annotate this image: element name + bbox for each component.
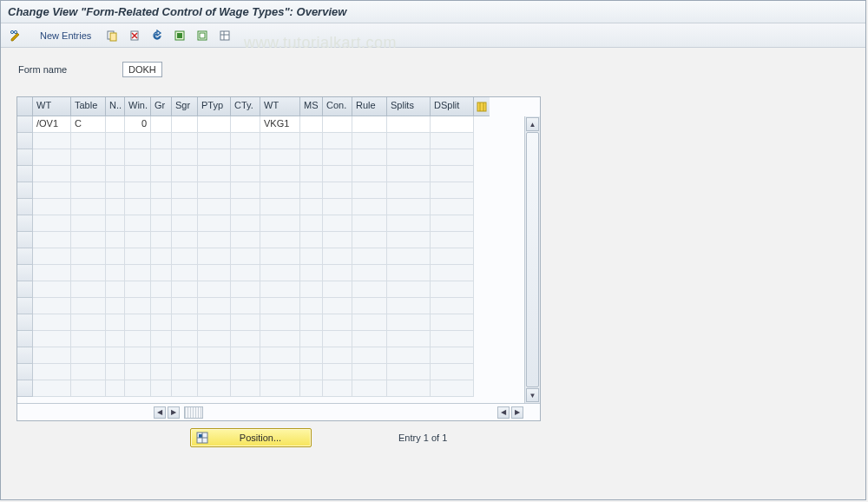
cell-n[interactable]: [106, 133, 125, 149]
scroll-right-end-button[interactable]: ▶: [511, 406, 523, 419]
cell-win[interactable]: [125, 199, 151, 215]
cell-wt1[interactable]: [33, 298, 71, 314]
cell-win[interactable]: [125, 149, 151, 166]
cell-n[interactable]: [106, 248, 125, 265]
cell-rule[interactable]: [352, 149, 387, 166]
cell-table[interactable]: [71, 347, 106, 364]
cell-cty[interactable]: [231, 166, 260, 182]
cell-wt1[interactable]: [33, 364, 71, 380]
cell-rule[interactable]: [352, 281, 387, 298]
cell-wt1[interactable]: [33, 149, 71, 166]
cell-win[interactable]: [125, 248, 151, 265]
cell-sgr[interactable]: [172, 364, 198, 380]
cell-n[interactable]: [106, 331, 125, 347]
cell-ptyp[interactable]: [198, 347, 231, 364]
cell-rule[interactable]: [352, 331, 387, 347]
cell-n[interactable]: [106, 182, 125, 199]
cell-ms[interactable]: [300, 298, 323, 314]
cell-con[interactable]: [323, 281, 352, 298]
cell-wt2[interactable]: [260, 331, 300, 347]
cell-n[interactable]: [106, 215, 125, 232]
cell-ms[interactable]: [300, 347, 323, 364]
scroll-down-button[interactable]: ▼: [526, 388, 539, 402]
cell-wt2[interactable]: [260, 215, 300, 232]
cell-table[interactable]: [71, 232, 106, 248]
cell-wt2[interactable]: [260, 199, 300, 215]
cell-splits[interactable]: [387, 133, 431, 149]
cell-con[interactable]: [323, 166, 352, 182]
cell-win[interactable]: [125, 166, 151, 182]
cell-dsplit[interactable]: [431, 364, 474, 380]
cell-con[interactable]: [323, 298, 352, 314]
cell-wt1[interactable]: [33, 215, 71, 232]
cell-dsplit[interactable]: [431, 199, 474, 215]
cell-ptyp[interactable]: [198, 248, 231, 265]
position-button[interactable]: Position...: [190, 428, 312, 447]
cell-dsplit[interactable]: [431, 380, 474, 397]
cell-cty[interactable]: [231, 199, 260, 215]
cell-splits[interactable]: [387, 265, 431, 281]
row-selector[interactable]: [17, 199, 33, 215]
cell-ms[interactable]: [300, 182, 323, 199]
scroll-left-button[interactable]: ◀: [154, 406, 166, 419]
col-header-sgr[interactable]: Sgr: [172, 97, 198, 116]
col-header-con[interactable]: Con.: [323, 97, 352, 116]
cell-ptyp[interactable]: [198, 232, 231, 248]
cell-wt2[interactable]: [260, 347, 300, 364]
cell-wt2[interactable]: [260, 281, 300, 298]
cell-cty[interactable]: [231, 215, 260, 232]
cell-n[interactable]: [106, 314, 125, 331]
cell-splits[interactable]: [387, 298, 431, 314]
cell-con[interactable]: [323, 314, 352, 331]
cell-rule[interactable]: [352, 265, 387, 281]
cell-gr[interactable]: [151, 298, 172, 314]
cell-table[interactable]: [71, 199, 106, 215]
cell-table[interactable]: [71, 149, 106, 166]
row-selector[interactable]: [17, 380, 33, 397]
cell-ms[interactable]: [300, 265, 323, 281]
cell-win[interactable]: [125, 364, 151, 380]
row-selector[interactable]: [17, 331, 33, 347]
cell-ptyp[interactable]: [198, 331, 231, 347]
cell-n[interactable]: [106, 380, 125, 397]
cell-cty[interactable]: [231, 133, 260, 149]
cell-ptyp[interactable]: [198, 149, 231, 166]
cell-sgr[interactable]: [172, 116, 198, 133]
row-selector[interactable]: [17, 314, 33, 331]
cell-win[interactable]: [125, 380, 151, 397]
cell-con[interactable]: [323, 347, 352, 364]
cell-n[interactable]: [106, 364, 125, 380]
cell-rule[interactable]: [352, 364, 387, 380]
cell-n[interactable]: [106, 298, 125, 314]
cell-ptyp[interactable]: [198, 116, 231, 133]
select-all-button[interactable]: [170, 27, 189, 44]
cell-ms[interactable]: [300, 133, 323, 149]
cell-con[interactable]: [323, 248, 352, 265]
cell-wt1[interactable]: [33, 166, 71, 182]
cell-cty[interactable]: [231, 265, 260, 281]
cell-table[interactable]: [71, 133, 106, 149]
cell-ms[interactable]: [300, 149, 323, 166]
cell-dsplit[interactable]: [431, 331, 474, 347]
cell-con[interactable]: [323, 149, 352, 166]
cell-splits[interactable]: [387, 380, 431, 397]
cell-dsplit[interactable]: [431, 232, 474, 248]
cell-wt1[interactable]: [33, 133, 71, 149]
cell-gr[interactable]: [151, 166, 172, 182]
cell-sgr[interactable]: [172, 331, 198, 347]
cell-dsplit[interactable]: [431, 182, 474, 199]
cell-ptyp[interactable]: [198, 265, 231, 281]
cell-con[interactable]: [323, 182, 352, 199]
cell-win[interactable]: [125, 314, 151, 331]
select-all-rows-button[interactable]: [17, 97, 33, 116]
cell-table[interactable]: [71, 314, 106, 331]
cell-table[interactable]: [71, 298, 106, 314]
cell-rule[interactable]: [352, 166, 387, 182]
cell-wt1[interactable]: [33, 199, 71, 215]
col-header-win[interactable]: Win.: [125, 97, 151, 116]
cell-gr[interactable]: [151, 116, 172, 133]
cell-wt2[interactable]: [260, 380, 300, 397]
cell-gr[interactable]: [151, 265, 172, 281]
cell-splits[interactable]: [387, 166, 431, 182]
cell-cty[interactable]: [231, 248, 260, 265]
